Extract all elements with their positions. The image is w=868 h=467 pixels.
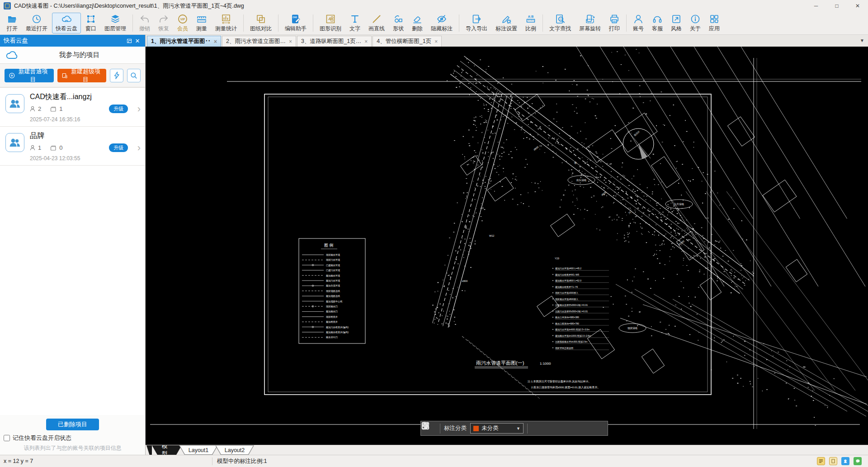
- panel-float-icon[interactable]: [125, 37, 133, 45]
- remember-checkbox[interactable]: [4, 435, 10, 441]
- qq-support-icon[interactable]: [841, 457, 849, 465]
- drawing-tab-4[interactable]: 4、管位横断面图_1页×: [373, 36, 442, 47]
- drawing-tab-3[interactable]: 3、道路纵断面图_1页…×: [297, 36, 372, 47]
- drawing-tab-1[interactable]: 1、雨污水管道平面图‥×: [147, 36, 221, 47]
- toolbar-item-import-export[interactable]: 导入导出: [462, 13, 491, 33]
- tab-close-icon[interactable]: ×: [434, 38, 438, 45]
- toolbar-item-vip[interactable]: VIP会员: [174, 13, 192, 33]
- toolbar-item-apps[interactable]: 应用: [705, 13, 723, 33]
- upgrade-badge[interactable]: 升级: [109, 105, 128, 113]
- cloud-panel-title: 快看云盘: [4, 37, 125, 45]
- annotation-edit-button[interactable]: [531, 423, 543, 434]
- panel-close-icon[interactable]: ✕: [133, 37, 142, 45]
- upgrade-badge[interactable]: 升级: [109, 143, 128, 152]
- wechat-support-icon[interactable]: [854, 457, 862, 465]
- svg-text:规划污水管道d400 L=45.2: 规划污水管道d400 L=45.2: [555, 267, 581, 270]
- toolbar-item-measure[interactable]: 测量: [193, 13, 211, 33]
- toolbar-item-annotation-settings[interactable]: 标注设置: [492, 13, 521, 33]
- toolbar-label: 编辑助手: [285, 25, 307, 33]
- toolbar-item-draw-line[interactable]: 画直线: [365, 13, 388, 33]
- toolbar-label: 删除: [412, 25, 423, 33]
- chevron-right-icon[interactable]: ›: [137, 143, 141, 153]
- svg-text:已建污水管道: 已建污水管道: [326, 269, 340, 272]
- project-date: 2025-04-23 12:03:55: [30, 155, 140, 162]
- toolbar-item-shapes[interactable]: 形状: [389, 13, 407, 33]
- toolbar-item-undo[interactable]: 撤销: [136, 13, 154, 33]
- toolbar-item-text[interactable]: 文字: [346, 13, 364, 33]
- sync-button[interactable]: [110, 69, 123, 82]
- undo-icon: [139, 14, 150, 24]
- toolbar-item-shape-recognize[interactable]: 图形识别: [316, 13, 345, 33]
- title-bar: CAD快速看图 - C:\Users\liangzj\Desktop\conve…: [0, 0, 868, 12]
- chevron-right-icon[interactable]: ›: [137, 104, 141, 114]
- toolbar-item-cloud[interactable]: 快看云盘: [52, 13, 81, 33]
- cad-canvas[interactable]: d800d600W12Y23雨污d1000d300指北针图 例现状雨水管道现状污…: [146, 47, 868, 445]
- files-icon: [50, 106, 57, 112]
- toolbar-label: 快看云盘: [56, 25, 77, 33]
- toolbar-item-find-text[interactable]: A文字查找: [546, 13, 575, 33]
- toolbar-item-print[interactable]: 打印: [605, 13, 623, 33]
- toolbar-item-compare[interactable]: 图纸对比: [246, 13, 275, 33]
- toolbar-item-measure-stats[interactable]: 测量统计: [212, 13, 241, 33]
- delete-icon: [412, 14, 423, 24]
- feedback-icon[interactable]: [817, 457, 825, 465]
- super-project-icon: [62, 72, 68, 79]
- new-normal-project-button[interactable]: 新建普通项目: [5, 69, 54, 82]
- account-icon: [633, 14, 644, 24]
- svg-text:规划道路中心线: 规划道路中心线: [326, 300, 342, 303]
- close-button[interactable]: ✕: [847, 0, 868, 12]
- vip-icon: VIP: [177, 14, 188, 24]
- toolbar-item-delete[interactable]: 删除: [408, 13, 426, 33]
- search-project-button[interactable]: [127, 69, 141, 82]
- new-super-project-button[interactable]: 新建超级项目: [57, 69, 107, 82]
- toolbar-label: 测量统计: [215, 25, 237, 33]
- annotation-move-button[interactable]: [547, 423, 558, 434]
- toolbar-item-edit-assistant[interactable]: CAD编辑助手: [281, 13, 310, 33]
- annotation-category-select[interactable]: 未分类 ▼: [470, 423, 524, 434]
- toolbar-item-hide-annotation[interactable]: 隐藏标注: [427, 13, 456, 33]
- members-count: 1: [38, 144, 41, 151]
- tab-close-icon[interactable]: ×: [289, 38, 292, 45]
- toolbar-item-recent[interactable]: 最近打开: [22, 13, 51, 33]
- category-color-swatch: [473, 426, 479, 431]
- svg-text:现状检查井: 现状检查井: [326, 315, 338, 319]
- toolbar-separator: [313, 14, 313, 32]
- project-card-2[interactable]: 品牌 1 0 升级 2025-04-23 12:03:55 ›: [0, 127, 145, 166]
- layout-tab-layout1[interactable]: Layout1: [179, 445, 218, 455]
- drawing-tab-2[interactable]: 2、雨污水管道立面图…×: [222, 36, 296, 47]
- svg-text:雨水排出口: 雨水排出口: [326, 336, 338, 339]
- toolbar-item-rotate-screen[interactable]: 屏幕旋转: [576, 13, 604, 33]
- draw-line-icon: [371, 14, 382, 24]
- toolbar-item-redo[interactable]: 恢复: [155, 13, 173, 33]
- svg-text:现状绿地: 现状绿地: [627, 327, 638, 330]
- svg-text:已建雨水管道: 已建雨水管道: [326, 264, 340, 267]
- toolbar-item-open[interactable]: 打开: [3, 13, 21, 33]
- toolbar-item-window[interactable]: 窗口: [82, 13, 100, 33]
- toolbar-item-support[interactable]: 客服: [648, 13, 666, 33]
- deleted-projects-button[interactable]: 已删除项目: [46, 419, 99, 430]
- tab-overflow-icon[interactable]: ▼: [860, 38, 864, 43]
- toolbar-item-style[interactable]: 风格: [667, 13, 685, 33]
- tab-close-icon[interactable]: ×: [364, 38, 368, 45]
- log-icon[interactable]: [829, 457, 837, 465]
- cad-drawing: d800d600W12Y23雨污d1000d300指北针图 例现状雨水管道现状污…: [146, 47, 868, 445]
- layout-tab-layout2[interactable]: Layout2: [215, 445, 254, 455]
- toolbar-item-about[interactable]: 关于: [686, 13, 704, 33]
- svg-text:Y23: Y23: [555, 257, 559, 260]
- svg-text:现状道路边线: 现状道路边线: [326, 290, 340, 293]
- toolbar-item-layers[interactable]: 图层管理: [101, 13, 130, 33]
- toolbar-label: 关于: [690, 25, 701, 33]
- annotation-copy-button[interactable]: [562, 423, 574, 434]
- status-bar: x = 12 y = 7 模型中的标注比例:1: [0, 455, 868, 467]
- layout-tab-model[interactable]: 模型: [152, 445, 182, 455]
- toolbar-item-account[interactable]: 账号: [629, 13, 647, 33]
- annotation-toolbar: 标注分类 未分类 ▼: [420, 421, 608, 436]
- cloud-icon: [61, 14, 72, 24]
- annotation-paste-button[interactable]: [577, 423, 589, 434]
- tab-close-icon[interactable]: ×: [214, 38, 217, 45]
- project-card-1[interactable]: CAD快速看...iangzj 2 1 升级 2025-07-24 16:35:…: [0, 87, 145, 127]
- svg-text:现状污水管道d300接入: 现状污水管道d300接入: [555, 291, 578, 295]
- maximize-button[interactable]: □: [826, 0, 847, 12]
- toolbar-item-ratio[interactable]: A:B比例: [522, 13, 540, 33]
- minimize-button[interactable]: ─: [806, 0, 826, 12]
